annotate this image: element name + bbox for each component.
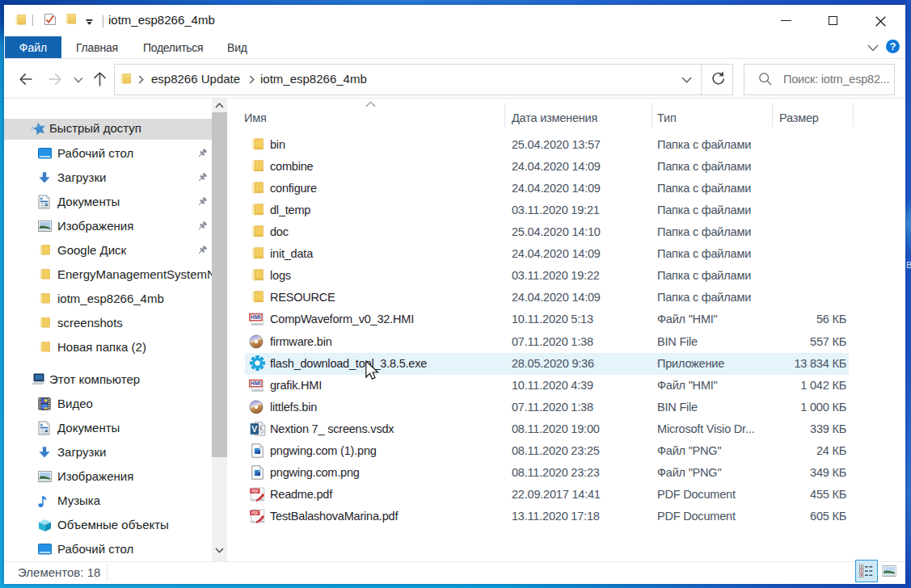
svg-text:V: V: [251, 424, 257, 434]
svg-text:HMI: HMI: [251, 380, 261, 386]
svg-text:HMI: HMI: [251, 315, 261, 321]
svg-text:PDF: PDF: [251, 511, 259, 515]
svg-text:PDF: PDF: [251, 489, 259, 494]
